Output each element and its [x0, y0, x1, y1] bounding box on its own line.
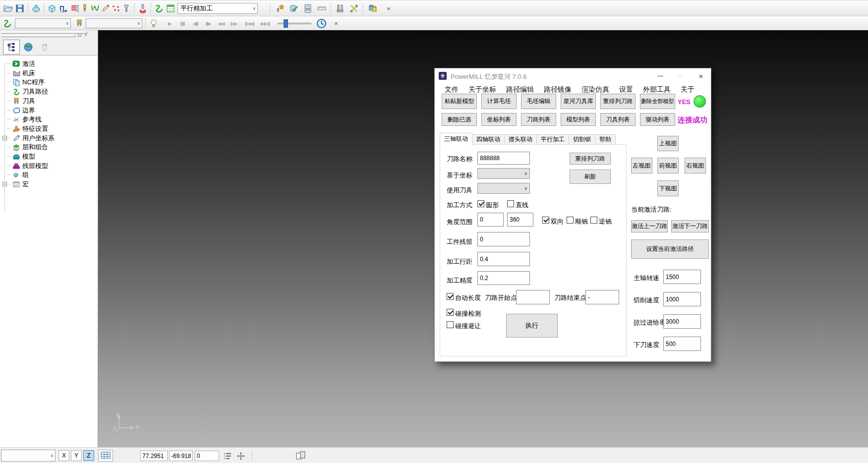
tab-tilt-head[interactable]: 摆头联动: [505, 134, 537, 145]
tree-item-nc-program[interactable]: NC程序: [7, 77, 45, 87]
rearrange-toolpath-button[interactable]: 重排列刀路: [600, 94, 636, 109]
move-cross-icon[interactable]: [236, 451, 246, 463]
stepover-input[interactable]: [477, 252, 530, 266]
block-edit-button[interactable]: 毛坯编辑: [521, 94, 556, 109]
view-right-button[interactable]: 右视图: [685, 158, 706, 174]
menu-settings[interactable]: 设置: [614, 85, 638, 94]
spindle-speed-input[interactable]: [663, 270, 701, 284]
minimize-icon[interactable]: —: [651, 68, 669, 83]
expand-icon[interactable]: +: [2, 136, 7, 140]
go-start-icon[interactable]: ▮◀◀: [242, 17, 257, 29]
climb-checkbox[interactable]: [567, 217, 574, 224]
save-icon[interactable]: [14, 2, 26, 14]
close-icon[interactable]: ×: [691, 68, 711, 83]
maximize-icon[interactable]: □: [671, 68, 689, 83]
view-top-button[interactable]: 上视图: [657, 136, 679, 151]
tree-item-tool[interactable]: 刀具: [7, 96, 35, 106]
axis-z-button[interactable]: Z: [83, 450, 94, 461]
drive-list-button[interactable]: 驱动列表: [640, 113, 675, 126]
rewind-icon[interactable]: ◀◀: [215, 17, 227, 29]
tree-item-levels[interactable]: 层和组合: [7, 142, 48, 152]
cutting-feed-input[interactable]: [663, 292, 701, 306]
panel-close-icon[interactable]: ×: [84, 32, 87, 38]
angle-to-input[interactable]: [507, 213, 533, 227]
tree-item-pattern[interactable]: 参考线: [7, 115, 42, 124]
tree-item-toolpath[interactable]: 刀具路径: [7, 87, 48, 96]
close-icon[interactable]: ×: [383, 2, 395, 14]
paste-new-model-button[interactable]: 粘贴新模型: [442, 94, 477, 109]
list-options-icon[interactable]: [223, 451, 233, 463]
tree-item-boundary[interactable]: 边界: [7, 106, 35, 115]
tree-item-macro[interactable]: 宏: [7, 179, 29, 189]
tab-3axis[interactable]: 三轴联动: [440, 133, 472, 145]
tab-parallel[interactable]: 平行加工: [537, 134, 569, 145]
coord-y-field[interactable]: [169, 451, 193, 461]
batch-tool-icon[interactable]: [274, 2, 286, 14]
delete-selected-button[interactable]: 删除已选: [442, 113, 477, 126]
step-back-icon[interactable]: ◀▮: [189, 17, 201, 29]
axis-x-button[interactable]: X: [58, 450, 69, 461]
refresh-button[interactable]: 刷新: [570, 170, 611, 184]
toolpath-swirl-icon[interactable]: [1, 17, 13, 29]
rearrange-toolpath-button-2[interactable]: 重排列刀路: [570, 153, 611, 165]
close-icon[interactable]: ×: [330, 17, 342, 29]
tree-item-group[interactable]: 组: [7, 170, 29, 179]
auto-length-checkbox[interactable]: [447, 293, 454, 300]
coord-x-field[interactable]: [140, 451, 168, 461]
simulation-toolpath-dropdown[interactable]: ∨: [15, 18, 71, 28]
fast-forward-icon[interactable]: ▶▶: [228, 17, 240, 29]
toolholder-icon[interactable]: [120, 2, 132, 14]
ruler-icon[interactable]: [316, 2, 328, 14]
use-tool-dropdown[interactable]: ∨: [477, 183, 530, 194]
pause-icon[interactable]: ▮▮: [176, 17, 188, 29]
menu-render-sim[interactable]: 渲染仿真: [577, 85, 614, 94]
line-checkbox[interactable]: [507, 200, 514, 207]
tool-list-button[interactable]: 刀具列表: [600, 113, 636, 126]
start-point-input[interactable]: [516, 290, 550, 304]
menu-path-edit[interactable]: 路径编辑: [501, 85, 539, 94]
tolerance-input[interactable]: [477, 271, 530, 285]
menu-file[interactable]: 文件: [440, 85, 463, 94]
activate-next-button[interactable]: 激活下一刀路: [671, 220, 709, 232]
collision-check-checkbox[interactable]: [447, 309, 454, 316]
toolpath-list-button[interactable]: 刀路列表: [521, 113, 556, 126]
lamp-icon[interactable]: [148, 17, 160, 29]
play-icon[interactable]: ▶: [164, 17, 175, 29]
panel-grip-handle[interactable]: [1, 35, 75, 37]
tree-item-workplane[interactable]: 用户坐标系: [7, 133, 55, 143]
tab-help[interactable]: 帮助: [595, 134, 616, 145]
coord-list-button[interactable]: 坐标列表: [481, 113, 517, 126]
calc-block-button[interactable]: 计算毛坯: [481, 94, 517, 109]
coord-z-field[interactable]: [195, 451, 219, 461]
open-icon[interactable]: [2, 2, 14, 14]
clock-icon[interactable]: [315, 17, 327, 29]
collision-avoid-checkbox[interactable]: [447, 321, 454, 328]
tool-library-button[interactable]: 星河刀具库: [561, 94, 596, 109]
menu-about[interactable]: 关于: [676, 85, 699, 94]
grid-toggle-button[interactable]: [98, 450, 113, 462]
step-forward-icon[interactable]: ▮▶: [202, 17, 214, 29]
panel-float-icon[interactable]: ⊡: [77, 32, 81, 38]
model-list-button[interactable]: 模型列表: [561, 113, 596, 126]
dual-view-icon[interactable]: [295, 451, 306, 463]
toolpath-list-icon[interactable]: [165, 2, 176, 14]
angle-from-input[interactable]: [477, 213, 504, 227]
expand-icon[interactable]: +: [2, 182, 7, 186]
tab-explorer-trash[interactable]: [36, 40, 53, 55]
menu-path-mirror[interactable]: 路径镜像: [539, 85, 577, 94]
tab-saw[interactable]: 切割锯: [569, 134, 595, 145]
skim-feed-input[interactable]: [663, 314, 701, 329]
statusbar-dropdown[interactable]: ∨: [1, 450, 56, 462]
go-end-icon[interactable]: ▶▶▮: [258, 17, 273, 29]
bidirectional-checkbox[interactable]: [542, 217, 549, 224]
block-icon[interactable]: [46, 2, 58, 14]
circle-checkbox[interactable]: [477, 200, 484, 207]
tab-explorer-globe[interactable]: [20, 40, 37, 55]
plunge-feed-input[interactable]: [663, 337, 701, 351]
toolpath-stats-icon[interactable]: [58, 2, 70, 14]
delete-all-models-button[interactable]: 删除全部模型: [640, 94, 675, 109]
toolpath-name-input[interactable]: [477, 152, 530, 165]
base-coord-dropdown[interactable]: ∨: [477, 168, 530, 179]
activate-prev-button[interactable]: 激活上一刀路: [631, 220, 668, 232]
end-point-input[interactable]: [585, 290, 619, 304]
